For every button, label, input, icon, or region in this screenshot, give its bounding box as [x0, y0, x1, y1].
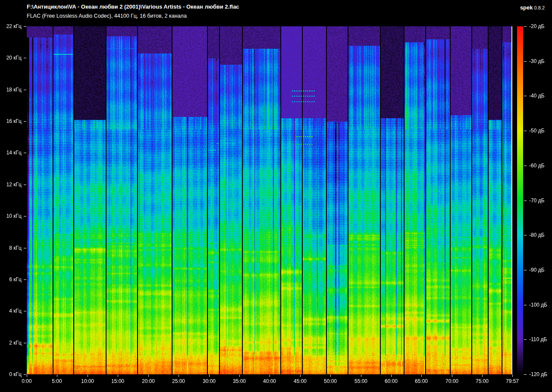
- file-info: FLAC (Free Lossless Audio Codec), 44100 …: [27, 13, 187, 19]
- freq-tick-label: 12 кГц: [0, 181, 22, 188]
- time-tick: [118, 375, 118, 377]
- freq-tick-label: 14 кГц: [0, 149, 22, 156]
- time-tick: [27, 375, 27, 377]
- time-tick-label: 55:00: [348, 378, 373, 385]
- freq-tick: [24, 121, 26, 122]
- time-tick: [330, 375, 331, 377]
- freq-tick: [24, 58, 26, 58]
- db-tick: [524, 374, 527, 375]
- db-tick-label: -50 дБ: [529, 127, 545, 134]
- freq-tick-label: 4 кГц: [0, 307, 22, 314]
- freq-tick-label: 18 кГц: [0, 86, 22, 93]
- db-tick-label: -80 дБ: [529, 232, 545, 238]
- freq-tick: [24, 185, 26, 185]
- time-tick: [179, 375, 179, 377]
- db-tick-label: -110 дБ: [529, 336, 547, 343]
- db-tick: [524, 26, 527, 27]
- time-tick: [452, 375, 452, 377]
- freq-tick-label: 20 кГц: [0, 54, 22, 61]
- db-tick: [524, 270, 527, 270]
- db-tick-label: -20 дБ: [529, 23, 545, 30]
- spectrogram-canvas: [27, 26, 512, 374]
- time-tick-label: 25:00: [166, 378, 191, 385]
- time-tick: [421, 375, 422, 377]
- time-tick: [512, 375, 513, 377]
- time-tick: [270, 375, 270, 377]
- app-badge: spek0.8.2: [520, 3, 545, 11]
- db-tick-label: -100 дБ: [529, 301, 547, 308]
- time-tick: [57, 375, 57, 377]
- time-tick: [239, 375, 240, 377]
- db-tick: [524, 339, 527, 340]
- db-tick-label: -70 дБ: [529, 197, 545, 204]
- freq-tick: [24, 311, 26, 311]
- time-tick: [391, 375, 392, 377]
- db-tick: [524, 131, 527, 131]
- freq-tick: [24, 90, 26, 90]
- time-tick-label: 79:57: [500, 378, 525, 385]
- db-tick-label: -60 дБ: [529, 162, 545, 169]
- app-version: 0.8.2: [534, 5, 545, 10]
- time-tick: [300, 375, 301, 377]
- freq-tick-label: 8 кГц: [0, 245, 22, 251]
- time-tick-label: 45:00: [288, 378, 313, 385]
- time-tick-label: 70:00: [439, 378, 464, 385]
- time-tick-label: 5:00: [44, 378, 69, 385]
- time-tick: [148, 375, 149, 377]
- time-tick-label: 35:00: [227, 378, 252, 385]
- time-tick: [88, 375, 88, 377]
- time-tick-label: 65:00: [409, 378, 434, 385]
- db-tick: [524, 305, 527, 305]
- db-tick-label: -90 дБ: [529, 267, 545, 273]
- time-tick-label: 60:00: [379, 378, 404, 385]
- time-tick-label: 0:00: [14, 378, 39, 385]
- freq-tick-label: 6 кГц: [0, 276, 22, 283]
- freq-tick: [24, 153, 26, 153]
- freq-tick-label: 22 кГц: [0, 23, 22, 30]
- time-tick-label: 10:00: [75, 378, 100, 385]
- freq-tick: [24, 216, 26, 216]
- time-tick: [361, 375, 361, 377]
- db-tick: [524, 61, 527, 62]
- db-tick: [524, 201, 527, 201]
- db-tick-label: -30 дБ: [529, 58, 545, 65]
- db-tick-label: -40 дБ: [529, 92, 545, 99]
- time-tick-label: 30:00: [197, 378, 222, 385]
- freq-tick: [24, 279, 26, 280]
- spek-app-window: { "window": { "title": "F:\\Антициклон\\…: [0, 0, 552, 392]
- freq-tick: [24, 343, 26, 343]
- db-tick: [524, 96, 527, 96]
- colorbar: [517, 26, 523, 374]
- time-tick: [209, 375, 210, 377]
- db-tick-label: -120 дБ: [529, 371, 547, 378]
- freq-tick: [24, 248, 26, 248]
- time-tick-label: 15:00: [105, 378, 130, 385]
- time-tick-label: 20:00: [136, 378, 161, 385]
- app-name: spek: [520, 4, 533, 11]
- time-tick-label: 50:00: [318, 378, 343, 385]
- freq-tick: [24, 374, 26, 375]
- freq-tick-label: 2 кГц: [0, 339, 22, 346]
- freq-tick: [24, 26, 26, 27]
- freq-tick-label: 0 кГц: [0, 371, 22, 378]
- file-path-title: F:\Антициклон\VA - Океан любви 2 (2001)\…: [27, 3, 239, 10]
- db-tick: [524, 166, 527, 166]
- db-tick: [524, 235, 527, 235]
- time-tick: [482, 375, 483, 377]
- time-tick-label: 40:00: [257, 378, 282, 385]
- freq-tick-label: 10 кГц: [0, 213, 22, 220]
- freq-tick-label: 16 кГц: [0, 118, 22, 125]
- time-tick-label: 75:00: [470, 378, 495, 385]
